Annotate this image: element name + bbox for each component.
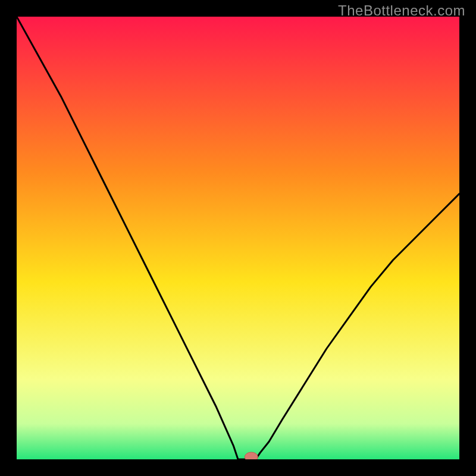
optimum-marker	[245, 452, 258, 459]
chart-background-gradient	[17, 17, 459, 459]
watermark-label: TheBottleneck.com	[338, 2, 465, 19]
chart-plot-area	[17, 17, 459, 459]
chart-frame: TheBottleneck.com	[0, 0, 476, 476]
chart-svg	[17, 17, 459, 459]
